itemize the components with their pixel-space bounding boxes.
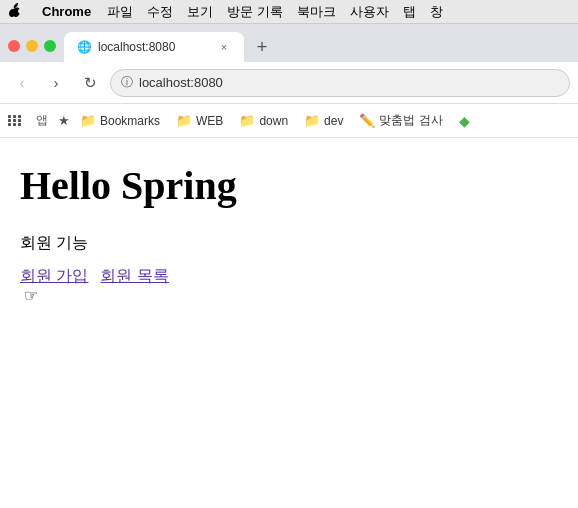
bookmark-web[interactable]: 📁 WEB [170, 111, 229, 130]
address-bar[interactable]: ⓘ localhost:8080 [110, 69, 570, 97]
folder-icon: 📁 [80, 113, 96, 128]
minimize-button[interactable] [26, 40, 38, 52]
apple-menu[interactable] [8, 3, 22, 21]
apps-label[interactable]: 앱 [30, 110, 54, 131]
star-icon: ★ [58, 113, 70, 128]
back-button[interactable]: ‹ [8, 69, 36, 97]
menu-tab[interactable]: 탭 [403, 3, 416, 21]
folder-icon: 📁 [304, 113, 320, 128]
page-title: Hello Spring [20, 162, 558, 209]
page-content: Hello Spring 회원 기능 회원 가입 ☞ 회원 목록 [0, 138, 578, 508]
bookmark-label: dev [324, 114, 343, 128]
security-icon: ⓘ [121, 74, 133, 91]
bookmark-spellcheck[interactable]: ✏️ 맞춤법 검사 [353, 110, 448, 131]
menu-window[interactable]: 창 [430, 3, 443, 21]
chrome-window: 🌐 localhost:8080 × + ‹ › ↻ ⓘ localhost:8… [0, 24, 578, 508]
bookmark-label: WEB [196, 114, 223, 128]
tab-favicon: 🌐 [76, 39, 92, 55]
menu-bookmarks[interactable]: 북마크 [297, 3, 336, 21]
folder-icon: 📁 [176, 113, 192, 128]
bookmark-label: down [259, 114, 288, 128]
app-name: Chrome [42, 4, 91, 19]
address-text: localhost:8080 [139, 75, 223, 90]
window-controls [8, 40, 56, 62]
pencil-icon: ✏️ [359, 113, 375, 128]
folder-icon: 📁 [239, 113, 255, 128]
apps-icon[interactable] [8, 115, 22, 126]
menu-items: 파일 수정 보기 방문 기록 북마크 사용자 탭 창 [107, 3, 443, 21]
nav-bar: ‹ › ↻ ⓘ localhost:8080 [0, 62, 578, 104]
menu-file[interactable]: 파일 [107, 3, 133, 21]
browser-tab[interactable]: 🌐 localhost:8080 × [64, 32, 244, 62]
bookmark-dev[interactable]: 📁 dev [298, 111, 349, 130]
maximize-button[interactable] [44, 40, 56, 52]
bookmark-bookmarks[interactable]: 📁 Bookmarks [74, 111, 166, 130]
bookmark-extra[interactable]: ◆ [453, 111, 476, 131]
new-tab-button[interactable]: + [248, 34, 276, 62]
tab-bar: 🌐 localhost:8080 × + [0, 24, 578, 62]
cursor-icon: ☞ [24, 286, 38, 305]
tab-title: localhost:8080 [98, 40, 210, 54]
forward-button[interactable]: › [42, 69, 70, 97]
menu-edit[interactable]: 수정 [147, 3, 173, 21]
menu-profile[interactable]: 사용자 [350, 3, 389, 21]
diamond-icon: ◆ [459, 113, 470, 129]
links-row: 회원 가입 ☞ 회원 목록 [20, 266, 558, 287]
menu-history[interactable]: 방문 기록 [227, 3, 283, 21]
bookmarks-bar: 앱 ★ 📁 Bookmarks 📁 WEB 📁 down 📁 dev ✏️ 맞춤… [0, 104, 578, 138]
reload-button[interactable]: ↻ [76, 69, 104, 97]
menu-view[interactable]: 보기 [187, 3, 213, 21]
menubar: Chrome 파일 수정 보기 방문 기록 북마크 사용자 탭 창 [0, 0, 578, 24]
section-label: 회원 기능 [20, 233, 558, 254]
bookmark-down[interactable]: 📁 down [233, 111, 294, 130]
register-link[interactable]: 회원 가입 [20, 267, 88, 284]
bookmark-label: 맞춤법 검사 [379, 112, 442, 129]
tab-close-button[interactable]: × [216, 39, 232, 55]
member-list-link[interactable]: 회원 목록 [100, 266, 168, 287]
bookmark-label: Bookmarks [100, 114, 160, 128]
close-button[interactable] [8, 40, 20, 52]
